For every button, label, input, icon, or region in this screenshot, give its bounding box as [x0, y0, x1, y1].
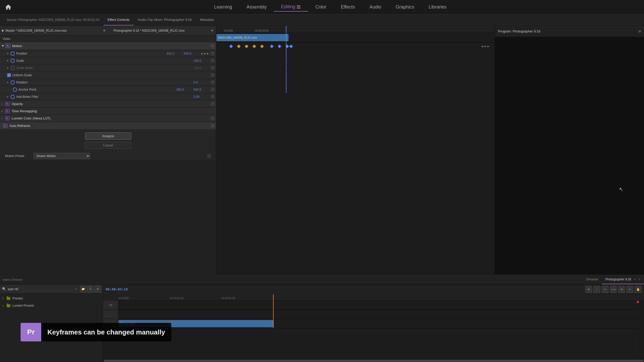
- new-bin-btn[interactable]: 📁: [80, 286, 86, 292]
- search-input[interactable]: [8, 287, 73, 291]
- nav-item-assembly[interactable]: Assembly: [239, 3, 274, 11]
- pen-btn[interactable]: ✏: [626, 286, 633, 293]
- ripple-edit-btn[interactable]: ⊕: [585, 286, 592, 293]
- auto-reframe-reset[interactable]: ↺: [210, 124, 215, 128]
- tab-metadata[interactable]: Metadata: [196, 14, 218, 25]
- kf-row-playhead: [286, 43, 286, 50]
- nav-item-learning[interactable]: Learning: [207, 3, 239, 11]
- motion-chevron[interactable]: [2, 45, 4, 47]
- anti-flicker-chevron[interactable]: [7, 96, 9, 98]
- antiflicker-kf-row: [216, 86, 495, 93]
- opacity-group[interactable]: fx Opacity ↺: [0, 100, 216, 108]
- uniform-scale-reset[interactable]: ↺: [210, 73, 215, 77]
- rolling-edit-btn[interactable]: ↔: [594, 286, 600, 293]
- tooltip-banner: Pr Keyframes can be changed manually: [21, 323, 171, 341]
- list-view-btn[interactable]: ☰: [87, 286, 94, 292]
- nav-item-color[interactable]: Color: [308, 3, 334, 11]
- time-remapping-expand-arrow[interactable]: [2, 110, 3, 112]
- lumetri-presets-item[interactable]: Lumetri Presets: [0, 302, 103, 309]
- anchor-point-label: Anchor Point: [19, 88, 175, 91]
- lumetri-reset[interactable]: ↺: [210, 116, 215, 120]
- nav-item-editing[interactable]: Editing: [274, 3, 308, 12]
- anchor-point-x[interactable]: 960.0: [176, 88, 192, 91]
- motion-fx-badge: fx: [6, 44, 10, 48]
- pos-center-btn[interactable]: ◆: [204, 52, 206, 55]
- position-reset[interactable]: ↺: [210, 51, 215, 56]
- rotation-row: Rotation 0.0 ↺: [0, 79, 216, 86]
- opacity-reset[interactable]: ↺: [210, 102, 215, 106]
- tab-audio-clip-mixer[interactable]: Audio Clip Mixer: Photographer 9:16: [134, 14, 196, 25]
- monitor-menu-btn[interactable]: ≡: [639, 29, 641, 34]
- razor-btn[interactable]: ✂: [602, 286, 608, 293]
- kf-add-btn[interactable]: ◆: [484, 45, 486, 48]
- time-remapping-group[interactable]: fx Time Remapping: [0, 108, 216, 115]
- kf-9[interactable]: [289, 44, 293, 48]
- home-button[interactable]: [3, 2, 14, 13]
- scale-value[interactable]: 100.0: [193, 59, 209, 63]
- search-bar: 🔍 ✕ 📁 ☰ ⊞: [0, 285, 103, 294]
- grid-view-btn[interactable]: ⊞: [95, 286, 101, 292]
- anchor-point-reset[interactable]: ↺: [210, 88, 215, 92]
- motion-reset[interactable]: ↺: [210, 44, 215, 48]
- nav-item-libraries[interactable]: Libraries: [421, 3, 454, 11]
- rotation-value[interactable]: 0.0: [193, 81, 209, 84]
- master-dropdown-btn[interactable]: ▼: [103, 29, 106, 32]
- pos-left-arrow[interactable]: ◀: [201, 52, 203, 55]
- kf-5[interactable]: [260, 44, 264, 48]
- opacity-expand-arrow[interactable]: [2, 103, 3, 105]
- search-clear-btn[interactable]: ✕: [75, 287, 78, 291]
- auto-reframe-header[interactable]: fx Auto Reframe ↺: [0, 122, 216, 130]
- motion-preset-select[interactable]: No Motion Slower Motion Default Faster M…: [33, 153, 90, 159]
- tooltip-text: Keyframes can be changed manually: [41, 328, 171, 336]
- lumetri-expand-arrow[interactable]: [2, 118, 3, 119]
- tab-dreamer[interactable]: Dreamer: [583, 275, 602, 284]
- rotation-reset[interactable]: ↺: [210, 80, 215, 84]
- scale-chevron[interactable]: [7, 60, 9, 62]
- scale-width-reset[interactable]: ↺: [210, 66, 215, 70]
- kf-3[interactable]: [245, 44, 248, 48]
- clip-dropdown-arrow[interactable]: [2, 29, 4, 32]
- anti-flicker-value[interactable]: 0.00: [193, 95, 209, 99]
- nav-item-graphics[interactable]: Graphics: [388, 3, 421, 11]
- rotation-chevron[interactable]: [7, 82, 9, 83]
- hscroll-thumb[interactable]: [104, 360, 643, 362]
- kf-prev-arrow[interactable]: ◀: [481, 45, 483, 48]
- uniform-scale-checkbox[interactable]: ✓: [7, 73, 11, 77]
- nav-item-audio[interactable]: Audio: [362, 3, 388, 11]
- hand-btn[interactable]: ✋: [635, 286, 641, 293]
- timeline-clip-block[interactable]: A001C009_160508_R1JC.mov: [216, 34, 289, 41]
- position-value-x[interactable]: 932.2: [167, 52, 182, 55]
- timeline-timecode-display[interactable]: 00:00:03:18: [106, 287, 128, 291]
- lumetri-group[interactable]: fx Lumetri Color (Alexa LUT) ↺: [0, 115, 216, 122]
- kf-2[interactable]: [237, 44, 241, 48]
- position-value-y[interactable]: 540.0: [184, 52, 199, 55]
- scale-width-kf-playhead: [286, 57, 286, 64]
- anti-flicker-reset[interactable]: ↺: [210, 95, 215, 99]
- tab-effect-controls[interactable]: Effect Controls: [104, 14, 134, 25]
- sequence-dropdown-btn[interactable]: ▼: [210, 29, 214, 32]
- tab-photographer-close[interactable]: ✕: [634, 278, 636, 281]
- pos-right-arrow[interactable]: ▶: [207, 52, 209, 55]
- scale-width-chevron[interactable]: [7, 67, 9, 69]
- kf-7[interactable]: [278, 44, 281, 48]
- analyze-button[interactable]: Analyze: [85, 132, 131, 140]
- slide-btn[interactable]: ≪: [618, 286, 625, 293]
- kf-6[interactable]: [270, 44, 274, 48]
- motion-preset-reset[interactable]: ↺: [207, 154, 211, 158]
- kf-1[interactable]: [229, 44, 233, 48]
- kf-next-arrow[interactable]: ▶: [487, 45, 489, 48]
- kf-4[interactable]: [252, 44, 256, 48]
- tab-source[interactable]: Source: Photographer: A001C009_160508_R1…: [3, 14, 104, 25]
- cancel-button[interactable]: Cancel: [85, 142, 131, 149]
- v2-playhead: [273, 310, 274, 319]
- motion-header[interactable]: fx Motion ↺: [0, 42, 216, 50]
- auto-reframe-name: Auto Reframe: [10, 124, 108, 128]
- nav-item-effects[interactable]: Effects: [334, 3, 362, 11]
- anchor-point-y[interactable]: 540.0: [193, 88, 209, 91]
- scale-reset[interactable]: ↺: [210, 59, 215, 63]
- presets-item[interactable]: Presets: [0, 295, 103, 302]
- tab-photographer[interactable]: Photographer 9:16 ✕ ≡: [602, 275, 644, 284]
- position-chevron[interactable]: [7, 53, 9, 54]
- slip-btn[interactable]: ⟺: [610, 286, 617, 293]
- tab-photographer-menu[interactable]: ≡: [639, 278, 640, 281]
